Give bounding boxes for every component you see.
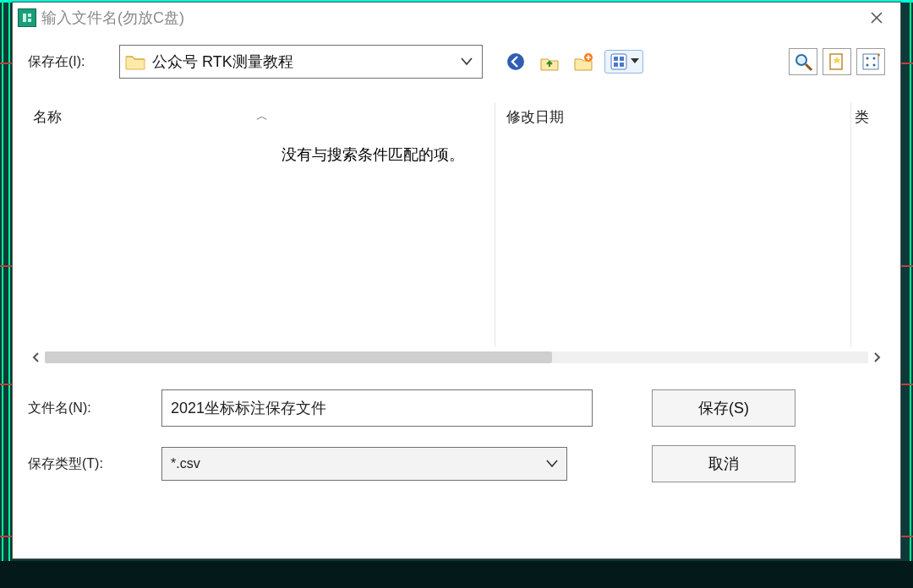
column-divider[interactable] [495, 102, 495, 347]
svg-rect-7 [620, 63, 624, 67]
svg-point-13 [867, 64, 869, 67]
back-button[interactable] [503, 50, 528, 74]
svg-point-14 [873, 64, 876, 67]
save-button-label: 保存(S) [698, 398, 749, 418]
status-footer [0, 561, 913, 588]
nav-buttons [503, 50, 643, 74]
titlebar: 输入文件名(勿放C盘) [13, 3, 900, 33]
up-folder-icon [539, 52, 560, 72]
filetype-value: *.csv [171, 456, 200, 471]
scroll-thumb[interactable] [45, 351, 552, 363]
filename-label: 文件名(N): [28, 400, 161, 417]
current-folder-name: 公众号 RTK测量教程 [152, 52, 450, 72]
close-button[interactable] [856, 4, 897, 31]
tool-button-2[interactable] [823, 48, 851, 75]
filetype-label: 保存类型(T): [28, 455, 161, 473]
column-header-name[interactable]: 名称 ︿ [28, 102, 491, 131]
magnifier-icon [793, 52, 813, 72]
view-icon [609, 52, 629, 72]
svg-rect-4 [614, 57, 618, 61]
column-header-modified[interactable]: 修改日期 [501, 102, 806, 131]
horizontal-scrollbar[interactable] [28, 349, 885, 366]
filename-input[interactable]: 2021坐标标注保存文件 [161, 389, 593, 427]
tool-button-3[interactable] [856, 48, 885, 75]
close-icon [871, 12, 883, 24]
new-folder-icon [573, 52, 593, 72]
svg-rect-10 [863, 54, 878, 69]
empty-list-message: 没有与搜索条件匹配的项。 [282, 144, 464, 165]
filetype-combo[interactable]: *.csv [161, 447, 567, 481]
decorative-line [2, 0, 3, 588]
document-star-icon [827, 52, 847, 72]
grid-dots-icon [861, 52, 881, 72]
form-area: 文件名(N): 2021坐标标注保存文件 保存(S) 保存类型(T): *.cs… [13, 366, 900, 499]
folder-icon [125, 52, 145, 71]
up-one-level-button[interactable] [537, 50, 562, 74]
cancel-button[interactable]: 取消 [652, 445, 795, 482]
file-list-pane[interactable]: 名称 ︿ 修改日期 类 没有与搜索条件匹配的项。 [28, 102, 885, 347]
scroll-right-button[interactable] [868, 349, 885, 366]
scroll-left-button[interactable] [28, 349, 45, 366]
cancel-button-label: 取消 [708, 454, 739, 474]
column-modified-label: 修改日期 [506, 107, 564, 127]
new-folder-button[interactable] [571, 50, 596, 74]
chevron-down-icon [631, 58, 639, 65]
chevron-down-icon [546, 460, 558, 468]
scroll-track[interactable] [45, 351, 868, 363]
save-button[interactable]: 保存(S) [652, 389, 795, 427]
column-name-label: 名称 [33, 107, 62, 127]
svg-point-1 [507, 53, 524, 70]
chevron-left-icon [31, 352, 41, 362]
extra-tool-buttons [789, 48, 885, 75]
svg-point-12 [873, 57, 876, 60]
svg-rect-5 [620, 57, 624, 61]
filename-value: 2021坐标标注保存文件 [171, 398, 326, 418]
look-in-combo[interactable]: 公众号 RTK测量教程 [119, 45, 483, 79]
view-menu-button[interactable] [604, 50, 643, 74]
svg-rect-3 [611, 54, 626, 69]
window-title: 输入文件名(勿放C盘) [41, 8, 856, 28]
app-icon [18, 8, 36, 27]
svg-point-11 [867, 57, 869, 60]
column-divider[interactable] [850, 102, 851, 347]
decorative-line [8, 0, 10, 588]
svg-point-8 [796, 55, 806, 65]
chevron-down-icon [456, 46, 477, 78]
search-tool-button[interactable] [789, 48, 817, 75]
sort-indicator-icon: ︿ [256, 109, 268, 124]
svg-rect-6 [614, 63, 618, 67]
column-type-label: 类 [855, 107, 869, 127]
save-in-label: 保存在(I): [28, 53, 104, 71]
back-icon [506, 52, 526, 72]
chevron-right-icon [872, 352, 882, 362]
save-file-dialog: 输入文件名(勿放C盘) 保存在(I): 公众号 RTK测量教程 [12, 2, 901, 559]
toolbar: 保存在(I): 公众号 RTK测量教程 [13, 33, 900, 85]
column-header-type[interactable]: 类 [855, 102, 885, 131]
decorative-line [910, 0, 911, 588]
